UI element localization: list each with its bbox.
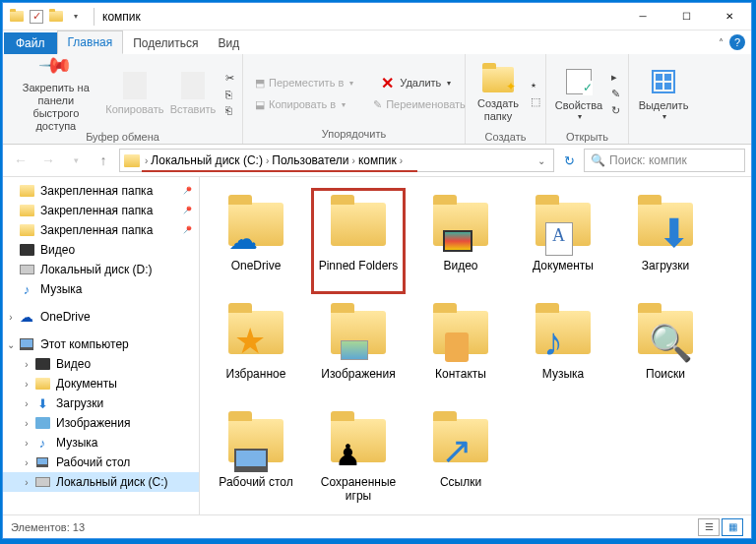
up-button[interactable]: ↑ bbox=[92, 149, 115, 172]
new-folder-button[interactable]: Создать папку bbox=[472, 56, 525, 131]
qat-newfolder-icon[interactable] bbox=[48, 9, 64, 25]
item-favorites[interactable]: ★ Избранное bbox=[210, 297, 302, 401]
copy-to-button[interactable]: ⬓ Копировать в▾ bbox=[253, 97, 347, 112]
item-searches[interactable]: 🔍 Поиски bbox=[619, 297, 712, 401]
paste-button[interactable]: Вставить bbox=[166, 56, 220, 131]
tree-item-docs[interactable]: ›Документы bbox=[3, 374, 199, 393]
ribbon-tabs: Файл Главная Поделиться Вид ˄ ? bbox=[3, 30, 751, 54]
search-icon: 🔍 bbox=[649, 323, 693, 364]
qat-properties-icon[interactable]: ✓ bbox=[29, 9, 44, 25]
breadcrumb-part[interactable]: компик bbox=[358, 153, 397, 167]
expand-icon[interactable]: › bbox=[21, 379, 32, 390]
properties-icon bbox=[566, 69, 592, 94]
breadcrumb[interactable]: › Локальный диск (C:) › Пользователи › к… bbox=[119, 149, 554, 172]
item-saved-games[interactable]: ♟ Сохраненные игры bbox=[312, 405, 405, 510]
back-button[interactable]: ← bbox=[9, 149, 32, 172]
qat-dropdown-icon[interactable]: ▾ bbox=[68, 9, 84, 25]
item-desktop[interactable]: Рабочий стол bbox=[210, 405, 302, 510]
select-button[interactable]: Выделить▾ bbox=[635, 56, 692, 131]
new-item-icon[interactable]: ٭ bbox=[529, 78, 542, 92]
item-pictures[interactable]: Изображения bbox=[312, 297, 405, 401]
chevron-right-icon[interactable]: › bbox=[352, 155, 355, 166]
chevron-right-icon[interactable]: › bbox=[266, 155, 269, 166]
expand-icon[interactable]: › bbox=[21, 438, 32, 449]
tree-item-music2[interactable]: ›♪Музыка bbox=[3, 433, 199, 453]
expand-icon[interactable]: ⌄ bbox=[5, 339, 17, 350]
tree-item-downloads[interactable]: ›⬇Загрузки bbox=[3, 393, 199, 413]
maximize-button[interactable]: ☐ bbox=[664, 3, 708, 30]
window-title: компик bbox=[98, 10, 621, 24]
tab-home[interactable]: Главная bbox=[57, 30, 124, 54]
expand-icon[interactable]: › bbox=[21, 477, 32, 488]
edit-icon[interactable]: ✎ bbox=[609, 87, 622, 101]
address-bar: ← → ▾ ↑ › Локальный диск (C:) › Пользова… bbox=[3, 145, 751, 176]
expand-icon[interactable]: › bbox=[21, 398, 32, 409]
tree-item-music[interactable]: ♪Музыка bbox=[3, 279, 199, 299]
open-icon[interactable]: ▸ bbox=[609, 70, 622, 85]
search-input[interactable]: 🔍 Поиск: компик bbox=[584, 149, 745, 172]
tab-file[interactable]: Файл bbox=[4, 32, 57, 54]
tree-item-disk-d[interactable]: Локальный диск (D:) bbox=[3, 260, 199, 279]
item-documents[interactable]: Документы bbox=[517, 189, 609, 293]
paste-shortcut-icon[interactable]: ⎗ bbox=[223, 103, 236, 117]
tree-item-pinned[interactable]: Закрепленная папка📍 bbox=[3, 220, 199, 240]
tree-item-disk-c[interactable]: ›Локальный диск (C:) bbox=[3, 472, 199, 492]
move-to-button[interactable]: ⬒ Переместить в▾ bbox=[253, 73, 355, 93]
item-onedrive[interactable]: ☁ OneDrive bbox=[210, 189, 302, 293]
item-music[interactable]: ♪ Музыка bbox=[517, 297, 609, 401]
breadcrumb-part[interactable]: Локальный диск (C:) bbox=[151, 153, 263, 167]
cut-icon[interactable]: ✂ bbox=[223, 71, 236, 86]
item-links[interactable]: ↗ Ссылки bbox=[414, 405, 507, 510]
item-video[interactable]: Видео bbox=[414, 189, 507, 293]
copy-path-icon[interactable]: ⎘ bbox=[223, 88, 236, 101]
tree-item-desktop[interactable]: ›Рабочий стол bbox=[3, 453, 199, 472]
collapse-ribbon-icon[interactable]: ˄ bbox=[719, 37, 724, 48]
tree-item-this-pc[interactable]: ⌄Этот компьютер bbox=[3, 334, 199, 354]
close-button[interactable]: ✕ bbox=[708, 3, 751, 30]
item-downloads[interactable]: ⬇ Загрузки bbox=[619, 189, 712, 293]
group-clipboard-label: Буфер обмена bbox=[9, 131, 236, 145]
minimize-button[interactable]: ─ bbox=[621, 3, 664, 30]
tree-item-onedrive[interactable]: ›☁OneDrive bbox=[3, 307, 199, 327]
easy-access-icon[interactable]: ⬚ bbox=[529, 94, 542, 109]
tree-item-pinned[interactable]: Закрепленная папка📍 bbox=[3, 181, 199, 201]
item-pinned-folders[interactable]: Pinned Folders bbox=[312, 189, 405, 293]
search-icon: 🔍 bbox=[591, 153, 605, 167]
tab-share[interactable]: Поделиться bbox=[123, 32, 208, 54]
details-view-button[interactable]: ☰ bbox=[698, 518, 720, 536]
properties-button[interactable]: Свойства▾ bbox=[552, 56, 605, 131]
ribbon: 📌 Закрепить на панели быстрого доступа К… bbox=[3, 54, 751, 145]
desktop-icon bbox=[234, 449, 268, 472]
help-icon[interactable]: ? bbox=[729, 34, 745, 50]
breadcrumb-part[interactable]: Пользователи bbox=[272, 153, 348, 167]
document-icon bbox=[545, 222, 573, 256]
select-icon bbox=[652, 70, 675, 93]
paste-icon bbox=[181, 72, 205, 99]
tab-view[interactable]: Вид bbox=[208, 32, 249, 54]
pin-quick-access-button[interactable]: 📌 Закрепить на панели быстрого доступа bbox=[9, 56, 103, 131]
refresh-button[interactable]: ↻ bbox=[558, 150, 580, 171]
expand-icon[interactable]: › bbox=[21, 359, 32, 370]
pin-icon: 📍 bbox=[180, 184, 195, 199]
copy-button[interactable]: Копировать bbox=[107, 56, 162, 131]
item-contacts[interactable]: Контакты bbox=[414, 297, 507, 401]
tree-item-pictures[interactable]: ›Изображения bbox=[3, 413, 199, 433]
navigation-tree: Закрепленная папка📍 Закрепленная папка📍 … bbox=[3, 177, 200, 514]
rename-button[interactable]: ✎ Переименовать bbox=[371, 97, 468, 112]
chevron-right-icon[interactable]: › bbox=[400, 155, 403, 166]
recent-dropdown-icon[interactable]: ▾ bbox=[64, 149, 88, 172]
tree-item-pinned[interactable]: Закрепленная папка📍 bbox=[3, 201, 199, 220]
tree-item-video[interactable]: Видео bbox=[3, 240, 199, 260]
delete-button[interactable]: ✕Удалить▾ bbox=[379, 73, 453, 93]
breadcrumb-history-icon[interactable]: ⌄ bbox=[534, 155, 549, 166]
expand-icon[interactable]: › bbox=[21, 457, 32, 468]
forward-button[interactable]: → bbox=[36, 149, 60, 172]
history-icon[interactable]: ↻ bbox=[609, 103, 622, 118]
breadcrumb-root-icon bbox=[124, 154, 140, 167]
chevron-right-icon[interactable]: › bbox=[145, 155, 148, 166]
expand-icon[interactable]: › bbox=[21, 418, 32, 429]
icons-view-button[interactable]: ▦ bbox=[722, 518, 743, 536]
expand-icon[interactable]: › bbox=[5, 312, 17, 323]
tree-item-video2[interactable]: ›Видео bbox=[3, 354, 199, 374]
group-open-label: Открыть bbox=[552, 131, 622, 145]
